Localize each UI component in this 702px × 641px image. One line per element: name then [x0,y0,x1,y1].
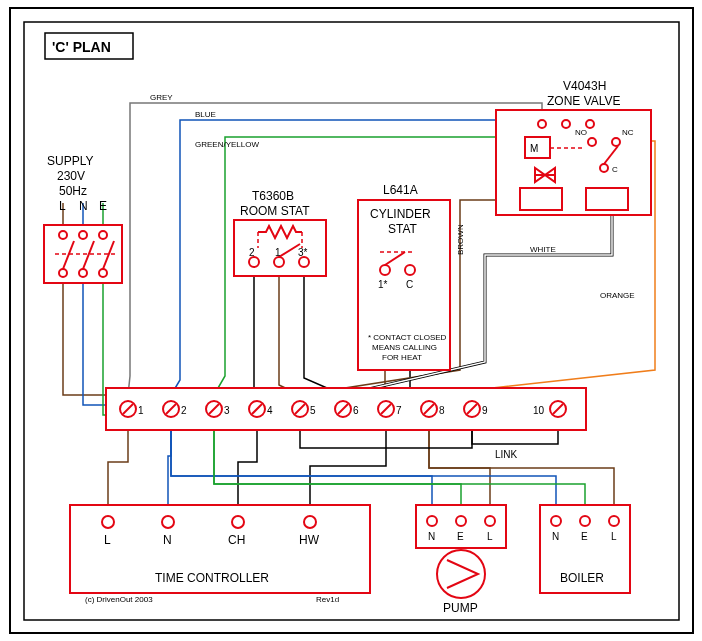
wire-label-brown: BROWN [456,224,465,255]
svg-text:10: 10 [533,405,545,416]
supply-voltage: 230V [57,169,85,183]
svg-text:HW: HW [299,533,320,547]
link-label: LINK [495,449,518,460]
zone-valve-label: ZONE VALVE [547,94,621,108]
svg-text:E: E [99,199,107,213]
svg-text:1*: 1* [378,279,388,290]
svg-text:N: N [79,199,88,213]
room-stat: 2 1 3* [234,220,326,276]
svg-text:9: 9 [482,405,488,416]
svg-text:N: N [552,531,559,542]
title-text: 'C' PLAN [52,39,111,55]
svg-text:N: N [163,533,172,547]
svg-text:* CONTACT CLOSED: * CONTACT CLOSED [368,333,447,342]
svg-text:NO: NO [575,128,587,137]
wire-label-white: WHITE [530,245,556,254]
time-controller-label: TIME CONTROLLER [155,571,269,585]
supply-label: SUPPLY [47,154,93,168]
svg-text:1: 1 [275,247,281,258]
svg-text:L: L [104,533,111,547]
svg-text:6: 6 [353,405,359,416]
svg-text:C: C [406,279,413,290]
svg-text:4: 4 [267,405,273,416]
svg-text:NC: NC [622,128,634,137]
svg-text:CYLINDER: CYLINDER [370,207,431,221]
svg-text:FOR HEAT: FOR HEAT [382,353,422,362]
wire-label-orange: ORANGE [600,291,635,300]
cylinder-stat: CYLINDER STAT 1* C * CONTACT CLOSED MEAN… [358,200,450,370]
pump: N E L PUMP [416,505,506,615]
svg-text:CH: CH [228,533,245,547]
footer-copyright: (c) DrivenOut 2003 [85,595,153,604]
room-stat-label: ROOM STAT [240,204,310,218]
footer-rev: Rev1d [316,595,339,604]
svg-text:STAT: STAT [388,222,418,236]
time-controller: L N CH HW TIME CONTROLLER [70,505,370,593]
svg-rect-49 [586,188,628,210]
svg-text:2: 2 [249,247,255,258]
wiring-diagram: 'C' PLAN GREY BLUE GREEN/YELLOW BROWN WH… [0,0,702,641]
wire-label-greenyellow: GREEN/YELLOW [195,140,259,149]
svg-text:3: 3 [224,405,230,416]
svg-text:2: 2 [181,405,187,416]
supply-switch [44,225,122,283]
cyl-stat-model: L641A [383,183,418,197]
svg-text:L: L [487,531,493,542]
svg-text:E: E [457,531,464,542]
svg-text:3*: 3* [298,247,308,258]
svg-text:1: 1 [138,405,144,416]
svg-text:L: L [611,531,617,542]
wire-label-grey: GREY [150,93,173,102]
boiler-label: BOILER [560,571,604,585]
svg-text:8: 8 [439,405,445,416]
svg-rect-48 [520,188,562,210]
room-stat-model: T6360B [252,189,294,203]
boiler: N E L BOILER [540,505,630,593]
svg-text:E: E [581,531,588,542]
zone-valve: M NO NC C [496,110,651,215]
supply-freq: 50Hz [59,184,87,198]
svg-text:C: C [612,165,618,174]
terminal-strip: 1 2 3 4 5 6 7 8 9 10 [106,388,586,430]
svg-text:M: M [530,143,538,154]
pump-label: PUMP [443,601,478,615]
svg-text:MEANS CALLING: MEANS CALLING [372,343,437,352]
svg-text:7: 7 [396,405,402,416]
svg-text:5: 5 [310,405,316,416]
svg-text:N: N [428,531,435,542]
svg-text:L: L [59,199,66,213]
zone-valve-model: V4043H [563,79,606,93]
wire-label-blue: BLUE [195,110,216,119]
